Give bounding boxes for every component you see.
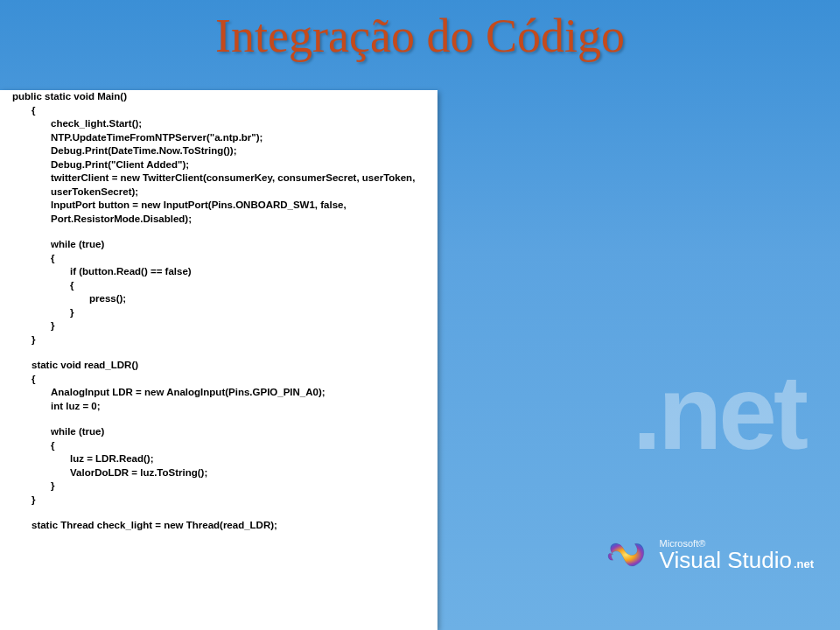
logo-suffix: .net <box>794 558 814 570</box>
code-line: check_light.Start(); <box>12 117 425 131</box>
code-line: } <box>12 494 425 508</box>
code-line: int luz = 0; <box>12 400 425 414</box>
code-line: if (button.Read() == false) <box>12 265 425 279</box>
code-line: while (true) <box>12 425 425 439</box>
code-line: static Thread check_light = new Thread(r… <box>12 519 425 533</box>
code-line: } <box>12 319 425 333</box>
code-line: Debug.Print("Client Added"); <box>12 158 425 172</box>
code-line: } <box>12 306 425 320</box>
visual-studio-logo: Microsoft® Visual Studio.net <box>597 528 814 582</box>
code-line: InputPort button = new InputPort(Pins.ON… <box>12 199 425 226</box>
dotnet-watermark: .net <box>633 352 805 472</box>
code-line: static void read_LDR() <box>12 359 425 373</box>
code-line: luz = LDR.Read(); <box>12 452 425 466</box>
logo-product: Visual Studio <box>660 547 792 573</box>
code-line: { <box>12 279 425 293</box>
code-block: public static void Main() { check_light.… <box>0 90 438 630</box>
code-line: twitterClient = new TwitterClient(consum… <box>12 172 425 199</box>
code-line: public static void Main() <box>12 90 425 104</box>
code-line: } <box>12 333 425 347</box>
logo-microsoft: Microsoft® <box>660 539 814 549</box>
code-line: AnalogInput LDR = new AnalogInput(Pins.G… <box>12 386 425 400</box>
code-line: ValorDoLDR = luz.ToString(); <box>12 466 425 480</box>
slide-title: Integração do Código <box>215 9 625 63</box>
code-line: { <box>12 439 425 453</box>
code-line: { <box>12 252 425 266</box>
logo-text: Microsoft® Visual Studio.net <box>660 539 814 571</box>
code-line: NTP.UpdateTimeFromNTPServer("a.ntp.br"); <box>12 131 425 145</box>
code-line: { <box>12 104 425 118</box>
code-line: { <box>12 373 425 387</box>
code-line: Debug.Print(DateTime.Now.ToString()); <box>12 144 425 158</box>
code-line: press(); <box>12 292 425 306</box>
code-line: while (true) <box>12 238 425 252</box>
code-line: } <box>12 480 425 494</box>
infinity-swirl-icon <box>597 528 651 582</box>
